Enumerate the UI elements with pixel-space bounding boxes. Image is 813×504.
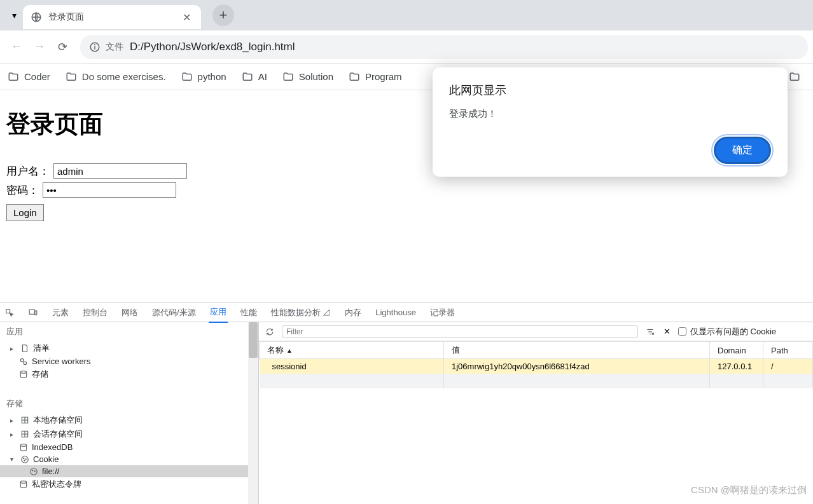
col-name[interactable]: 名称▲ xyxy=(260,342,444,359)
gear-icon xyxy=(19,357,28,366)
svg-point-16 xyxy=(20,444,26,446)
bookmark-python[interactable]: python xyxy=(181,71,226,83)
sort-up-icon: ▲ xyxy=(286,347,293,354)
alert-actions: 确定 xyxy=(449,137,771,164)
sidebar-manifest[interactable]: ▸清单 xyxy=(0,341,258,355)
col-domain[interactable]: Domain xyxy=(710,342,763,359)
devtools-toolbar: ✕ 仅显示有问题的 Cookie xyxy=(259,322,813,341)
login-button[interactable]: Login xyxy=(6,204,44,221)
grid-icon xyxy=(20,430,29,439)
nav-bar: ← → ⟳ 文件 D:/Python/JsWork/exd8_login.htm… xyxy=(0,31,813,64)
database-icon xyxy=(19,443,28,452)
scroll-thumb[interactable] xyxy=(249,322,258,358)
folder-icon xyxy=(242,71,253,83)
checkbox-input[interactable] xyxy=(678,327,686,336)
svg-point-8 xyxy=(24,362,27,365)
cookie-icon xyxy=(20,455,29,464)
sidebar-private-token[interactable]: 私密状态令牌 xyxy=(0,477,258,491)
tab-elements[interactable]: 元素 xyxy=(51,303,70,322)
svg-point-9 xyxy=(20,371,26,374)
tab-perf-insights[interactable]: 性能数据分析 ⊿ xyxy=(270,303,333,322)
info-icon xyxy=(89,41,101,53)
browser-tab[interactable]: 登录页面 ✕ xyxy=(23,5,201,29)
sidebar-storage[interactable]: 存储 xyxy=(0,367,258,381)
refresh-icon[interactable] xyxy=(264,326,275,337)
forward-button[interactable]: → xyxy=(28,36,51,58)
url-bar[interactable]: 文件 D:/Python/JsWork/exd8_login.html xyxy=(80,35,808,59)
tab-recorder[interactable]: 记录器 xyxy=(429,303,456,322)
tab-lighthouse[interactable]: Lighthouse xyxy=(374,304,417,321)
alert-title: 此网页显示 xyxy=(449,83,771,98)
watermark: CSDN @啊猪是的读来过倒 xyxy=(691,484,807,496)
bookmark-ai[interactable]: AI xyxy=(242,71,267,83)
cell-name: sessionid xyxy=(260,359,444,374)
col-value[interactable]: 值 xyxy=(444,342,710,359)
bookmark-program[interactable]: Program xyxy=(349,71,402,83)
alert-ok-button[interactable]: 确定 xyxy=(714,137,771,164)
col-path[interactable]: Path xyxy=(763,342,813,359)
tab-sources[interactable]: 源代码/来源 xyxy=(151,303,197,322)
svg-point-19 xyxy=(25,458,26,459)
svg-point-7 xyxy=(20,358,24,362)
document-icon xyxy=(20,344,29,353)
table-row[interactable]: sessionid 1j06mrwig1yh20qw00ysn6l6681f4z… xyxy=(260,359,813,374)
alert-dialog: 此网页显示 登录成功！ 确定 xyxy=(433,67,788,177)
grid-icon xyxy=(20,416,29,425)
sidebar-service-workers[interactable]: Service workers xyxy=(0,355,258,367)
scrollbar[interactable] xyxy=(248,322,258,504)
svg-point-21 xyxy=(31,468,38,475)
sidebar-session-storage[interactable]: ▸会话存储空间 xyxy=(0,427,258,441)
folder-icon xyxy=(349,71,360,83)
bookmark-exercises[interactable]: Do some exercises. xyxy=(66,71,166,83)
username-label: 用户名： xyxy=(6,164,50,179)
folder-icon xyxy=(181,71,193,83)
alert-message: 登录成功！ xyxy=(449,108,771,120)
tab-network[interactable]: 网络 xyxy=(120,303,139,322)
sidebar-cookie-file[interactable]: file:// xyxy=(0,465,258,477)
back-button[interactable]: ← xyxy=(5,36,28,58)
cell-value: 1j06mrwig1yh20qw00ysn6l6681f4zad xyxy=(444,359,710,374)
svg-point-22 xyxy=(32,470,33,470)
folder-icon xyxy=(66,71,77,83)
svg-point-18 xyxy=(24,458,24,458)
url-file-label: 文件 xyxy=(106,41,123,53)
tabs-dropdown-button[interactable]: ▾ xyxy=(5,6,23,24)
reload-button[interactable]: ⟳ xyxy=(51,36,74,58)
tab-application[interactable]: 应用 xyxy=(209,303,228,323)
svg-point-23 xyxy=(34,470,35,471)
database-icon xyxy=(19,480,28,489)
tab-performance[interactable]: 性能 xyxy=(239,303,258,322)
devtools-sidebar: 应用 ▸清单 Service workers 存储 存储 ▸本地存储空间 ▸会话… xyxy=(0,322,259,504)
filter-input[interactable] xyxy=(282,325,638,338)
tab-console[interactable]: 控制台 xyxy=(81,303,109,322)
clear-filter-icon[interactable] xyxy=(644,326,656,337)
database-icon xyxy=(19,370,28,379)
globe-icon xyxy=(31,11,42,23)
password-input[interactable] xyxy=(43,182,176,198)
url-text: D:/Python/JsWork/exd8_login.html xyxy=(130,41,295,53)
password-label: 密码： xyxy=(6,183,39,198)
folder-icon xyxy=(789,71,800,83)
cookies-table: 名称▲ 值 Domain Path sessionid 1j06mrwig1yh… xyxy=(259,341,813,388)
bookmark-overflow[interactable] xyxy=(789,71,805,83)
device-icon[interactable] xyxy=(27,307,39,318)
cell-path: / xyxy=(763,359,813,374)
svg-point-17 xyxy=(22,456,29,463)
sidebar-local-storage[interactable]: ▸本地存储空间 xyxy=(0,413,258,427)
sidebar-indexeddb[interactable]: IndexedDB xyxy=(0,441,258,453)
devtools-main: ✕ 仅显示有问题的 Cookie 名称▲ 值 Domain Path xyxy=(259,322,813,504)
close-tab-icon[interactable]: ✕ xyxy=(180,11,193,24)
bookmark-solution[interactable]: Solution xyxy=(282,71,333,83)
only-problems-checkbox[interactable]: 仅显示有问题的 Cookie xyxy=(678,326,776,337)
svg-point-24 xyxy=(20,481,26,484)
new-tab-button[interactable]: + xyxy=(212,4,234,26)
svg-rect-5 xyxy=(29,310,34,314)
clear-all-icon[interactable]: ✕ xyxy=(662,325,672,337)
username-input[interactable] xyxy=(53,163,187,179)
sidebar-cookie[interactable]: ▾Cookie xyxy=(0,453,258,465)
bookmark-coder[interactable]: Coder xyxy=(8,71,50,83)
inspect-icon[interactable] xyxy=(4,307,15,318)
folder-icon xyxy=(282,71,294,83)
tab-memory[interactable]: 内存 xyxy=(344,303,363,322)
tab-bar: ▾ 登录页面 ✕ + xyxy=(0,0,813,31)
